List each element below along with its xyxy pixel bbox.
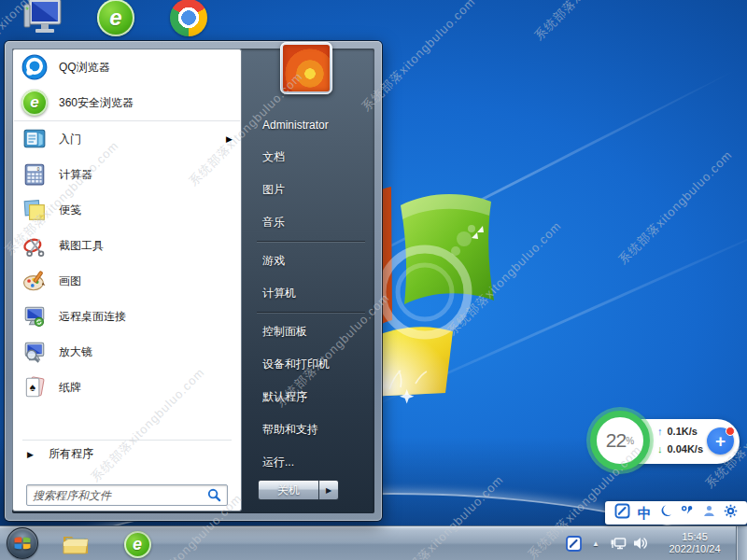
360-browser-icon: e bbox=[21, 89, 49, 117]
pen-box-icon[interactable] bbox=[614, 503, 630, 523]
menu-item-getting-started[interactable]: 入门 ▶ bbox=[13, 121, 241, 157]
search-icon bbox=[207, 488, 221, 502]
svg-text:0: 0 bbox=[37, 167, 40, 172]
taskbar: e ▲ 15:45 202 bbox=[0, 525, 747, 560]
system-tray: ▲ 15:45 2022/10/24 bbox=[564, 526, 747, 560]
menu-divider bbox=[257, 241, 365, 243]
desktop-icons: e bbox=[21, 0, 211, 39]
menu-item-documents[interactable]: 文档 bbox=[249, 141, 373, 174]
upload-speed: 0.1K/s bbox=[668, 426, 698, 437]
user-icon[interactable] bbox=[702, 504, 716, 522]
submenu-arrow-icon: ▶ bbox=[226, 134, 233, 144]
show-hidden-icons-button[interactable]: ▲ bbox=[586, 534, 605, 553]
menu-item-music[interactable]: 音乐 bbox=[249, 206, 373, 239]
all-programs-item[interactable]: ▶ 所有程序 bbox=[13, 441, 241, 467]
search-box[interactable] bbox=[26, 484, 228, 506]
download-arrow-icon: ↓ bbox=[657, 443, 663, 455]
menu-divider bbox=[257, 312, 365, 314]
avatar-flower-picture bbox=[283, 45, 330, 91]
sticky-notes-icon bbox=[21, 196, 49, 224]
remote-desktop-icon bbox=[21, 302, 49, 330]
magnifier-icon bbox=[21, 338, 49, 366]
windows-logo-icon bbox=[13, 534, 32, 553]
360-browser-icon[interactable]: e bbox=[93, 0, 138, 39]
calculator-icon: 0 bbox=[21, 161, 49, 189]
svg-text:♠: ♠ bbox=[30, 381, 35, 394]
solitaire-icon: ♠ bbox=[21, 373, 49, 401]
download-speed: 0.04K/s bbox=[668, 443, 704, 455]
menu-item-sticky-notes[interactable]: 便笺 bbox=[13, 192, 241, 228]
menu-item-360-browser[interactable]: e 360安全浏览器 bbox=[13, 85, 241, 120]
network-speeds: ↑0.1K/s ↓0.04K/s bbox=[657, 423, 703, 458]
ime-language-bar: 中 bbox=[605, 501, 747, 525]
network-icon[interactable] bbox=[609, 534, 627, 553]
moon-icon[interactable] bbox=[659, 504, 673, 522]
plus-label: + bbox=[715, 431, 726, 452]
windows-flag-wallpaper bbox=[367, 180, 521, 404]
menu-item-label: QQ浏览器 bbox=[59, 60, 110, 76]
snipping-tool-icon bbox=[21, 231, 49, 259]
menu-item-label: 便笺 bbox=[59, 203, 81, 218]
menu-item-help-support[interactable]: 帮助和支持 bbox=[249, 413, 373, 446]
ime-status-icon[interactable] bbox=[564, 534, 583, 553]
user-name[interactable]: Administrator bbox=[249, 108, 373, 141]
volume-icon[interactable] bbox=[631, 534, 650, 553]
360-browser-taskbar-icon[interactable]: e bbox=[123, 530, 151, 558]
memory-percent-ball[interactable]: 22% bbox=[590, 411, 650, 470]
explorer-folder-icon[interactable] bbox=[62, 530, 90, 558]
all-programs-label: 所有程序 bbox=[49, 446, 93, 462]
shutdown-options-arrow[interactable]: ▶ bbox=[319, 480, 339, 500]
menu-item-devices-printers[interactable]: 设备和打印机 bbox=[249, 348, 373, 381]
start-menu-right-column: Administrator 文档 图片 音乐 游戏 计算机 控制面板 设备和打印… bbox=[249, 49, 373, 513]
computer-icon[interactable] bbox=[21, 0, 65, 39]
percent-unit: % bbox=[626, 436, 634, 446]
gear-icon[interactable] bbox=[724, 504, 738, 522]
menu-item-label: 远程桌面连接 bbox=[59, 309, 126, 325]
show-desktop-button[interactable] bbox=[736, 526, 747, 560]
clock-date: 2022/10/24 bbox=[657, 543, 732, 555]
menu-item-run[interactable]: 运行... bbox=[249, 446, 373, 479]
menu-item-pictures[interactable]: 图片 bbox=[249, 174, 373, 206]
percent-value: 22 bbox=[606, 429, 626, 452]
start-button[interactable] bbox=[7, 527, 38, 559]
menu-item-label: 360安全浏览器 bbox=[59, 95, 134, 111]
menu-item-paint[interactable]: 画图 bbox=[13, 263, 241, 299]
upload-arrow-icon: ↑ bbox=[657, 426, 663, 437]
shutdown-button[interactable]: 关机 bbox=[258, 480, 319, 500]
search-row bbox=[26, 484, 228, 506]
chrome-icon[interactable] bbox=[166, 0, 211, 39]
notification-dot bbox=[726, 427, 735, 436]
menu-item-label: 纸牌 bbox=[59, 380, 81, 396]
punctuation-icon[interactable] bbox=[680, 504, 695, 522]
menu-item-default-programs[interactable]: 默认程序 bbox=[249, 381, 373, 413]
taskbar-clock[interactable]: 15:45 2022/10/24 bbox=[657, 531, 732, 555]
getting-started-icon bbox=[21, 125, 49, 153]
menu-item-label: 放大镜 bbox=[59, 344, 92, 360]
menu-item-control-panel[interactable]: 控制面板 bbox=[249, 315, 373, 348]
menu-item-games[interactable]: 游戏 bbox=[249, 245, 373, 277]
menu-divider bbox=[22, 440, 232, 441]
search-input[interactable] bbox=[33, 489, 207, 502]
chinese-mode-icon[interactable]: 中 bbox=[638, 506, 652, 520]
user-avatar[interactable] bbox=[280, 42, 332, 94]
menu-item-qq-browser[interactable]: QQ浏览器 bbox=[13, 49, 241, 85]
menu-item-remote-desktop[interactable]: 远程桌面连接 bbox=[13, 299, 241, 334]
menu-item-label: 画图 bbox=[59, 273, 81, 289]
menu-item-label: 入门 bbox=[59, 132, 81, 147]
menu-item-snipping-tool[interactable]: 截图工具 bbox=[13, 228, 241, 263]
qq-browser-icon bbox=[21, 53, 49, 81]
net-speed-widget[interactable]: 22% ↑0.1K/s ↓0.04K/s + bbox=[590, 411, 741, 472]
start-menu: QQ浏览器 e 360安全浏览器 入门 ▶ bbox=[5, 41, 382, 521]
all-programs-arrow-icon: ▶ bbox=[27, 450, 34, 459]
menu-item-label: 计算器 bbox=[59, 167, 92, 183]
menu-item-magnifier[interactable]: 放大镜 bbox=[13, 334, 241, 370]
menu-item-label: 截图工具 bbox=[59, 238, 104, 254]
start-menu-program-list: QQ浏览器 e 360安全浏览器 入门 ▶ bbox=[12, 49, 242, 511]
widget-plus-button[interactable]: + bbox=[707, 427, 734, 455]
menu-item-solitaire[interactable]: ♠ 纸牌 bbox=[13, 370, 241, 405]
menu-item-calculator[interactable]: 0 计算器 bbox=[13, 157, 241, 192]
menu-item-computer[interactable]: 计算机 bbox=[249, 277, 373, 310]
clock-time: 15:45 bbox=[657, 531, 732, 543]
paint-icon bbox=[21, 267, 49, 295]
